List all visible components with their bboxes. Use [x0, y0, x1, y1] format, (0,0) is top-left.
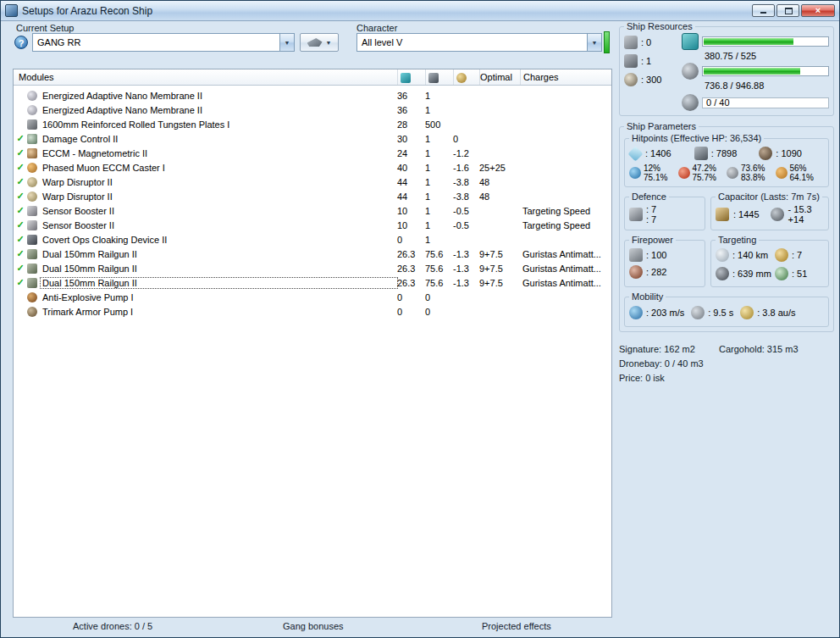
max-targets-icon [775, 248, 788, 262]
right-panel: Ship Resources : 0 : 1 : 300 [619, 21, 834, 386]
em-resist-icon [629, 167, 641, 179]
armor-resist-value: 75.7% [693, 173, 716, 182]
module-name: Trimark Armor Pump I [41, 307, 397, 317]
module-name: Phased Muon ECCM Caster I [41, 163, 397, 173]
module-row[interactable]: ✓ Dual 150mm Railgun II 26.3 75.6 -1.3 9… [14, 261, 611, 275]
dropdown-arrow-icon: ▼ [279, 34, 294, 51]
armor-resist-value: 75.1% [644, 173, 667, 182]
eft-window: Setups for Arazu Recon Ship × Current Se… [0, 0, 840, 638]
module-cap-value: -1.3 [453, 278, 479, 288]
module-powergrid-value: 1 [425, 134, 453, 144]
module-cpu-value: 40 [397, 163, 425, 173]
module-powergrid-value: 1 [425, 235, 453, 245]
railgun-icon [27, 249, 37, 259]
module-cpu-value: 44 [397, 177, 425, 187]
module-name: Energized Adaptive Nano Membrane II [41, 91, 397, 101]
powergrid-bar [702, 66, 829, 76]
dps-icon [629, 265, 643, 279]
armor-resist-value: 64.1% [790, 173, 814, 182]
module-row[interactable]: ✓ 1600mm Reinforced Rolled Tungsten Plat… [14, 117, 611, 131]
current-setup-dropdown[interactable]: GANG RR ▼ [32, 33, 295, 52]
sensor-booster-icon [27, 220, 37, 230]
module-row[interactable]: ✓ Warp Disruptor II 44 1 -3.8 48 [14, 189, 611, 203]
mobility-group: Mobility : 203 m/s : 9.5 s : 3.8 au/s [624, 291, 829, 327]
module-powergrid-value: 1 [425, 177, 453, 187]
modules-header: Modules Optimal Charges [14, 69, 611, 86]
resist-cell: 56% 64.1% [776, 164, 825, 182]
module-charges-value: Guristas Antimatt... [520, 278, 611, 288]
tank-icon [629, 208, 643, 221]
fitted-check-icon: ✓ [14, 176, 27, 187]
module-cpu-value: 36 [397, 91, 425, 101]
max-velocity-value: : 203 m/s [646, 308, 684, 318]
minimize-button[interactable] [752, 4, 775, 17]
character-value: All level V [357, 37, 587, 47]
structure-hp-value: : 1090 [776, 148, 802, 158]
ship-stats: Signature: 162 m2 Cargohold: 315 m3 Dron… [619, 342, 834, 386]
module-powergrid-value: 0 [425, 292, 453, 302]
module-name: 1600mm Reinforced Rolled Tungsten Plates… [41, 119, 397, 130]
module-row[interactable]: ✓ Sensor Booster II 10 1 -0.5 Targeting … [14, 218, 611, 232]
armor-membrane-icon [27, 91, 37, 101]
module-row[interactable]: ✓ Dual 150mm Railgun II 26.3 75.6 -1.3 9… [14, 247, 611, 261]
module-row[interactable]: ✓ Covert Ops Cloaking Device II 0 1 [14, 232, 611, 247]
module-row[interactable]: ✓ Energized Adaptive Nano Membrane II 36… [14, 88, 611, 103]
cap-delta-out-value: - 15.3 [788, 204, 812, 214]
fitted-check-icon: ✓ [14, 234, 27, 245]
align-time-value: : 9.5 s [708, 308, 733, 318]
volley-icon [629, 248, 643, 262]
minimize-icon [760, 12, 766, 14]
help-icon[interactable]: ? [14, 36, 28, 49]
gang-bonuses-section[interactable]: Gang bonuses [283, 621, 344, 631]
module-cpu-value: 10 [397, 206, 425, 216]
module-row[interactable]: ✓ Dual 150mm Railgun II 26.3 75.6 -1.3 9… [14, 275, 611, 290]
module-row[interactable]: ✓ Warp Disruptor II 44 1 -3.8 48 [14, 175, 611, 189]
turret-hardpoints-value: : 0 [641, 37, 651, 47]
module-name: Anti-Explosive Pump I [41, 292, 397, 302]
module-row[interactable]: ✓ Damage Control II 30 1 0 [14, 131, 611, 146]
cpu-bar-fill [704, 38, 793, 45]
module-row[interactable]: ✓ Anti-Explosive Pump I 0 0 [14, 290, 611, 304]
module-optimal-value: 9+7.5 [479, 264, 520, 274]
module-optimal-value: 9+7.5 [479, 278, 520, 288]
character-dropdown[interactable]: All level V ▼ [356, 33, 602, 52]
module-powergrid-value: 75.6 [425, 278, 453, 288]
shield-resist-value: 56% [790, 164, 814, 173]
launcher-hardpoints-value: : 1 [641, 56, 651, 66]
titlebar[interactable]: Setups for Arazu Recon Ship × [1, 1, 839, 21]
module-charges-value: Guristas Antimatt... [520, 249, 611, 259]
module-powergrid-value: 1 [425, 91, 453, 101]
module-row[interactable]: ✓ Sensor Booster II 10 1 -0.5 Targeting … [14, 203, 611, 218]
projected-effects-section[interactable]: Projected effects [482, 621, 551, 631]
calibration-icon [624, 73, 638, 86]
module-name: Covert Ops Cloaking Device II [41, 235, 397, 245]
module-row[interactable]: ✓ Energized Adaptive Nano Membrane II 36… [14, 103, 611, 117]
maximize-button[interactable] [776, 4, 799, 17]
maximize-icon [785, 8, 793, 14]
warp-speed-icon [740, 306, 754, 319]
cap-recharge-icon [771, 208, 784, 221]
ship-selector-button[interactable]: ▼ [300, 33, 339, 52]
armor-hp-value: : 7898 [711, 148, 738, 158]
capacitor-amount-value: : 1445 [733, 209, 760, 219]
fitted-check-icon: ✓ [14, 147, 27, 158]
cargohold-value: Cargohold: 315 m3 [719, 342, 799, 357]
close-button[interactable]: × [801, 4, 835, 17]
shield-resist-value: 12% [644, 164, 667, 173]
powergrid-usage-text: 736.8 / 946.88 [703, 80, 829, 92]
ship-parameters-group: Ship Parameters Hitpoints (Effective HP:… [619, 121, 834, 332]
resists-row: 12% 75.1% 47.2% 75.7% 73.6% 83.8% 56% 64… [629, 164, 824, 182]
module-row[interactable]: ✓ Phased Muon ECCM Caster I 40 1 -1.6 25… [14, 160, 611, 175]
module-powergrid-value: 1 [425, 191, 453, 202]
current-setup-label: Current Setup [16, 23, 74, 33]
eccm-caster-icon [27, 163, 37, 173]
module-optimal-value: 9+7.5 [479, 249, 520, 259]
module-powergrid-value: 500 [425, 119, 453, 130]
module-cpu-value: 0 [397, 307, 425, 317]
module-cpu-value: 30 [397, 134, 425, 144]
sensor-booster-icon [27, 206, 37, 216]
module-row[interactable]: ✓ ECCM - Magnetometric II 24 1 -1.2 [14, 146, 611, 160]
module-cap-value: -1.2 [453, 148, 479, 158]
active-drones-section[interactable]: Active drones: 0 / 5 [73, 621, 152, 631]
module-row[interactable]: ✓ Trimark Armor Pump I 0 0 [14, 304, 611, 319]
